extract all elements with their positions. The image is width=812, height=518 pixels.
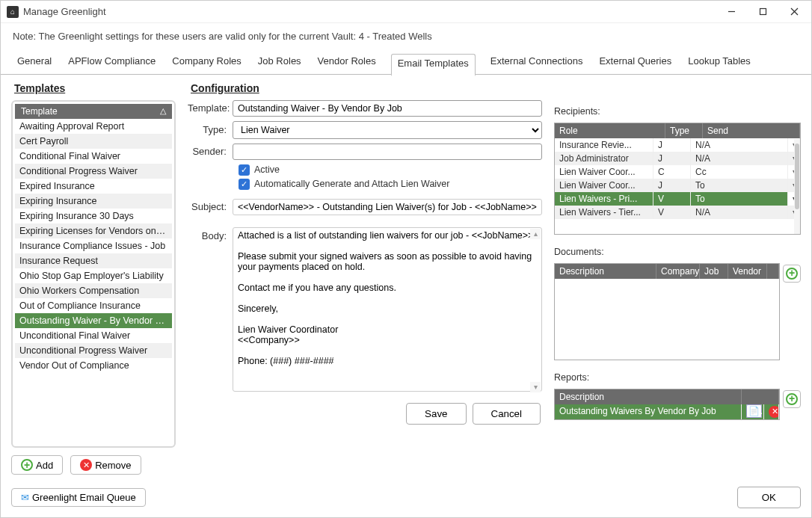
template-item[interactable]: Out of Compliance Insurance [15,298,172,313]
recipient-row[interactable]: Lien Waivers - Pri...VTo▾ [555,192,800,206]
recipient-type: J [653,179,691,192]
recipient-type: V [653,192,691,206]
active-checkbox-row[interactable]: ✓ Active [239,164,542,176]
tab-general[interactable]: General [16,52,53,74]
template-item[interactable]: Expired Insurance [15,179,172,194]
plus-icon: + [786,268,798,280]
template-item[interactable]: Unconditional Final Waiver [15,328,172,343]
reports-row[interactable]: Outstanding Waivers By Vendor By Job 📄 ✕ [555,404,779,419]
scroll-up-icon[interactable]: ▴ [530,229,541,239]
tab-external-connections[interactable]: External Connections [489,52,585,74]
template-item[interactable]: Conditional Final Waiver [15,149,172,164]
documents-header-blank [767,264,779,279]
scroll-down-icon[interactable]: ▾ [530,382,541,392]
recipient-send: N/A [691,152,788,165]
body-textarea[interactable] [233,227,542,392]
main-content: Templates Template △ Awaiting Approval R… [1,75,811,481]
recipient-role: Lien Waivers - Pri... [555,192,653,206]
template-item[interactable]: Unconditional Progress Waiver [15,343,172,358]
ok-button[interactable]: OK [737,487,801,508]
window-title: Manage Greenlight [23,6,716,17]
close-button[interactable] [778,1,810,22]
auto-generate-checkbox[interactable]: ✓ [239,179,250,190]
recipient-type: C [653,165,691,179]
templates-list-header[interactable]: Template △ [15,104,172,119]
recipient-type: J [653,138,691,152]
minimize-button[interactable] [716,1,747,22]
configuration-panel: Configuration Template: Type: Lien Waive… [188,81,542,475]
auto-generate-label: Automatically Generate and Attach Lien W… [254,179,449,189]
documents-header-vendor[interactable]: Vendor [728,264,767,279]
remove-template-button[interactable]: ✕ Remove [70,455,141,475]
add-report-button[interactable]: + [783,390,801,408]
recipients-header-send[interactable]: Send [703,123,800,138]
recipient-type: J [653,152,691,165]
templates-heading: Templates [11,81,176,100]
recipient-row[interactable]: Job AdministratorJN/A▾ [555,152,800,165]
type-select[interactable]: Lien Waiver [233,121,542,139]
template-item[interactable]: Outstanding Waiver - By Vendor By... [15,313,172,328]
template-item[interactable]: Awaiting Approval Report [15,119,172,134]
recipient-row[interactable]: Lien Waiver Coor...CCc▾ [555,165,800,179]
recipient-row[interactable]: Lien Waivers - Tier...VN/A▾ [555,206,800,219]
tab-lookup-tables[interactable]: Lookup Tables [686,52,752,74]
right-panel: Recipients: Role Type Send Insurance Rev… [554,81,801,475]
template-item[interactable]: Expiring Insurance 30 Days [15,209,172,223]
recipient-row[interactable]: Insurance Revie...JN/A▾ [555,138,800,152]
sender-input[interactable] [233,144,542,160]
sort-ascending-icon[interactable]: △ [160,106,166,116]
auto-generate-checkbox-row[interactable]: ✓ Automatically Generate and Attach Lien… [239,179,542,190]
recipient-role: Lien Waivers - Tier... [555,206,653,219]
tab-bar: General APFlow Compliance Company Roles … [1,46,811,75]
recipients-header-type[interactable]: Type [665,123,703,138]
tab-company-roles[interactable]: Company Roles [170,52,243,74]
reports-header-description[interactable]: Description [555,389,742,404]
documents-header-company[interactable]: Company [656,264,700,279]
template-item[interactable]: Expiring Licenses for Vendors on th... [15,223,172,238]
report-details-icon[interactable]: 📄 [746,404,762,418]
recipient-row[interactable]: Lien Waiver Coor...JTo▾ [555,179,800,192]
email-queue-label: Greenlight Email Queue [32,492,136,503]
tab-apflow-compliance[interactable]: APFlow Compliance [67,52,157,74]
template-item[interactable]: Ohio Workers Compensation [15,283,172,298]
recipient-role: Lien Waiver Coor... [555,165,653,179]
recipients-header-role[interactable]: Role [555,123,665,138]
tab-email-templates[interactable]: Email Templates [391,54,476,76]
template-name-input[interactable] [233,100,542,117]
recipients-grid[interactable]: Role Type Send Insurance Revie...JN/A▾Jo… [554,123,801,235]
remove-icon: ✕ [80,459,92,471]
template-item[interactable]: Conditional Progress Waiver [15,164,172,179]
email-queue-button[interactable]: ✉ Greenlight Email Queue [11,488,146,507]
add-document-button[interactable]: + [783,265,801,283]
tab-external-queries[interactable]: External Queries [597,52,673,74]
template-item[interactable]: Cert Payroll [15,134,172,149]
template-item[interactable]: Expiring Insurance [15,194,172,209]
cancel-button[interactable]: Cancel [473,403,541,425]
save-button[interactable]: Save [406,403,466,425]
documents-grid[interactable]: Description Company Job Vendor [554,263,780,360]
add-template-button[interactable]: + Add [11,455,63,475]
templates-list[interactable]: Template △ Awaiting Approval ReportCert … [11,100,176,448]
tab-vendor-roles[interactable]: Vendor Roles [316,52,378,74]
recipient-send: To [691,192,788,206]
window-root: ⌂ Manage Greenlight Note: The Greenlight… [0,0,812,518]
label-type: Type: [188,124,233,135]
delete-report-icon[interactable]: ✕ [769,406,779,418]
recipient-send: N/A [691,206,788,219]
documents-header-job[interactable]: Job [700,264,728,279]
template-item[interactable]: Insurance Request [15,253,172,268]
template-item[interactable]: Vendor Out of Compliance [15,358,172,373]
documents-header-description[interactable]: Description [555,264,656,279]
subject-input[interactable] [233,199,542,215]
recipients-scrollbar[interactable] [794,139,800,234]
tab-job-roles[interactable]: Job Roles [256,52,303,74]
label-sender: Sender: [188,146,233,157]
template-item[interactable]: Insurance Compliance Issues - Job [15,238,172,253]
reports-grid[interactable]: Description Outstanding Waivers By Vendo… [554,389,780,420]
plus-icon: + [21,459,33,471]
add-label: Add [36,460,53,471]
template-item[interactable]: Ohio Stop Gap Employer's Liability [15,268,172,283]
active-checkbox[interactable]: ✓ [239,164,250,176]
maximize-button[interactable] [747,1,778,22]
envelope-icon: ✉ [21,492,29,503]
